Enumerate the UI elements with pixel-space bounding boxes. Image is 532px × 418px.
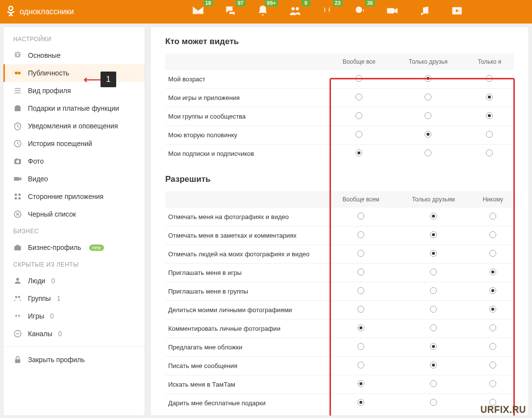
discussions-badge: 97: [236, 0, 246, 6]
sidebar-item-0[interactable]: Основные: [3, 47, 145, 64]
sidebar-item-7[interactable]: Видео: [3, 170, 145, 188]
row-label: Писать мне сообщения: [165, 357, 327, 375]
radio-option[interactable]: [486, 112, 493, 119]
setting-row: Отмечать меня в заметках и комментариях: [165, 226, 514, 245]
radio-option[interactable]: [430, 324, 437, 331]
svg-point-1: [291, 7, 295, 10]
radio-option[interactable]: [357, 287, 364, 294]
sidebar-label: Фото: [28, 157, 44, 165]
discussions-icon[interactable]: 97: [224, 4, 237, 19]
setting-row: Приглашать меня в игры: [165, 264, 514, 282]
row-label: Отмечать меня на фотографиях и видео: [165, 208, 327, 226]
messages-icon[interactable]: 18: [192, 4, 204, 19]
sidebar-label: Публичность: [28, 69, 69, 77]
radio-option[interactable]: [357, 250, 364, 257]
radio-option[interactable]: [357, 343, 364, 350]
hidden-item-1[interactable]: Группы 1: [3, 290, 145, 307]
svg-point-2: [296, 7, 299, 10]
sidebar-item-2[interactable]: Вид профиля: [3, 82, 145, 99]
radio-option[interactable]: [489, 306, 496, 313]
sidebar-label: История посещений: [28, 140, 92, 148]
radio-option[interactable]: [357, 380, 364, 387]
radio-option[interactable]: [355, 149, 362, 156]
radio-option[interactable]: [357, 231, 364, 238]
radio-option[interactable]: [425, 75, 431, 82]
setting-row: Мою вторую половинку: [165, 126, 514, 145]
radio-option[interactable]: [489, 231, 496, 238]
radio-option[interactable]: [430, 250, 437, 257]
marks-icon[interactable]: 36: [354, 4, 366, 19]
radio-option[interactable]: [489, 287, 496, 294]
row-label: Отмечать меня в заметках и комментариях: [165, 226, 327, 245]
radio-option[interactable]: [489, 343, 496, 350]
radio-option[interactable]: [355, 112, 362, 119]
radio-option[interactable]: [430, 343, 437, 350]
radio-option[interactable]: [486, 131, 493, 138]
sidebar-label: Вид профиля: [28, 87, 71, 95]
radio-option[interactable]: [357, 213, 364, 220]
radio-option[interactable]: [489, 250, 496, 257]
svg-rect-4: [387, 8, 394, 14]
radio-option[interactable]: [357, 324, 364, 331]
logo[interactable]: одноклассники: [5, 5, 74, 19]
sidebar-item-8[interactable]: Сторонние приложения: [3, 188, 145, 205]
radio-option[interactable]: [355, 131, 362, 138]
radio-option[interactable]: [357, 269, 364, 275]
play-icon[interactable]: [451, 4, 463, 19]
radio-option[interactable]: [430, 399, 437, 406]
radio-option[interactable]: [357, 362, 364, 369]
radio-option[interactable]: [357, 399, 364, 406]
radio-option[interactable]: [489, 362, 496, 369]
sidebar-item-9[interactable]: Черный список: [3, 205, 145, 223]
radio-option[interactable]: [489, 213, 496, 220]
friends-icon[interactable]: 9: [289, 4, 302, 19]
radio-option[interactable]: [486, 94, 493, 100]
row-label: Мои группы и сообщества: [165, 107, 327, 126]
radio-option[interactable]: [425, 131, 431, 138]
setting-row: Предлагать мне обложки: [165, 338, 514, 357]
svg-rect-13: [14, 177, 20, 181]
radio-option[interactable]: [489, 324, 496, 331]
svg-rect-24: [19, 315, 20, 317]
sidebar-item-5[interactable]: История посещений: [3, 135, 145, 152]
sidebar-item-6[interactable]: Фото: [3, 152, 145, 170]
sidebar-item-4[interactable]: Уведомления и оповещения: [3, 117, 145, 135]
visibility-table: Вообще всеТолько друзьяТолько яМой возра…: [165, 53, 514, 163]
sidebar-icon-5: [13, 139, 22, 148]
radio-option[interactable]: [425, 112, 431, 119]
radio-option[interactable]: [357, 306, 364, 313]
notifications-icon[interactable]: 99+: [256, 4, 269, 19]
sidebar-item-1[interactable]: Публичность: [3, 64, 145, 82]
hidden-item-0[interactable]: Люди 0: [3, 272, 145, 290]
radio-option[interactable]: [430, 306, 437, 313]
notifications-badge: 99+: [265, 0, 278, 6]
radio-option[interactable]: [430, 380, 437, 387]
radio-option[interactable]: [425, 94, 431, 100]
radio-option[interactable]: [355, 94, 362, 100]
radio-option[interactable]: [430, 231, 437, 238]
radio-option[interactable]: [430, 362, 437, 369]
events-icon[interactable]: 23: [321, 4, 334, 19]
radio-option[interactable]: [355, 75, 362, 82]
sidebar-label: Уведомления и оповещения: [28, 122, 118, 130]
radio-option[interactable]: [430, 287, 437, 294]
radio-option[interactable]: [489, 269, 496, 275]
radio-option[interactable]: [489, 380, 496, 387]
sidebar-item-biz-profile[interactable]: Бизнес-профиль new: [3, 239, 145, 256]
radio-option[interactable]: [486, 149, 493, 156]
hidden-item-2[interactable]: Игры 0: [3, 307, 145, 325]
sidebar-item-close-profile[interactable]: Закрыть профиль: [3, 351, 145, 369]
hidden-item-3[interactable]: Каналы 0: [3, 325, 145, 343]
sidebar-item-3[interactable]: Подарки и платные функции: [3, 99, 145, 117]
row-label: Делиться моими личными фотографиями: [165, 301, 327, 320]
messages-badge: 18: [203, 0, 213, 6]
radio-option[interactable]: [430, 213, 437, 220]
video-icon[interactable]: [386, 4, 399, 19]
hidden-count: 0: [50, 312, 54, 320]
music-icon[interactable]: [418, 4, 431, 19]
radio-option[interactable]: [430, 269, 437, 275]
row-label: Комментировать личные фотографии: [165, 320, 327, 338]
radio-option[interactable]: [486, 75, 493, 82]
radio-option[interactable]: [425, 149, 431, 156]
watermark: URFIX.RU: [481, 405, 526, 415]
